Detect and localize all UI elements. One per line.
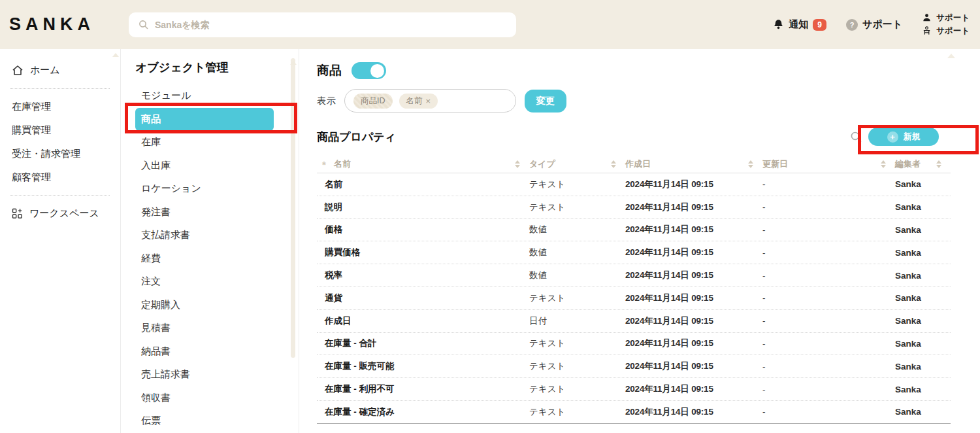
property-row[interactable]: 在庫量 - 合計テキスト2024年11月14日 09:15-Sanka [317,333,951,356]
property-row[interactable]: 名前テキスト2024年11月14日 09:15-Sanka [317,173,951,196]
toggle-knob [370,64,384,78]
editor-cell: Sanka [895,271,951,281]
sidebar-item-inventory[interactable]: 在庫管理 [0,95,120,118]
updated-date-cell: - [762,362,895,372]
object-list-item[interactable]: モジュール [135,84,274,108]
display-fields-input[interactable]: 商品ID名前× [344,89,516,113]
property-row[interactable]: 税率数値2024年11月14日 09:15-Sanka [317,264,951,287]
property-row[interactable]: 価格数値2024年11月14日 09:15-Sanka [317,219,951,242]
property-type-cell: テキスト [529,179,625,190]
sort-icon[interactable] [936,160,941,168]
notifications-button[interactable]: 通知 9 [773,18,826,31]
property-row[interactable]: 在庫量 - 確定済みテキスト2024年11月14日 09:15-Sanka [317,401,951,424]
created-date-cell: 2024年11月14日 09:15 [625,338,762,349]
created-date-cell: 2024年11月14日 09:15 [625,224,762,235]
created-date-cell: 2024年11月14日 09:15 [625,406,762,418]
editor-cell: Sanka [895,407,951,417]
property-type-cell: 数値 [529,247,625,258]
global-search[interactable] [129,12,516,37]
new-button[interactable]: + 新規 [868,128,939,146]
updated-date-cell: - [762,385,895,394]
table-search-icon[interactable] [850,131,862,143]
profile-org-label: サポート [936,26,970,37]
column-header[interactable]: 名前 [334,158,529,170]
object-list-item[interactable]: 伝票 [135,409,274,433]
sidebar-divider [10,195,110,196]
support-button[interactable]: ? サポート [846,18,902,31]
object-list-item[interactable]: ロケーション [135,177,274,201]
object-list-item[interactable]: 定期購入 [135,294,274,317]
property-row[interactable]: 在庫量 - 販売可能テキスト2024年11月14日 09:15-Sanka [317,355,951,378]
profile-user-row[interactable]: サポート [922,12,970,24]
property-row[interactable]: 通貨テキスト2024年11月14日 09:15-Sanka [317,287,951,310]
object-list-item[interactable]: 在庫 [135,131,274,154]
select-column-icon[interactable]: * [317,159,334,170]
object-list-item[interactable]: 納品書 [135,340,274,364]
object-management-panel: オブジェクト管理 モジュール商品在庫入出庫ロケーション発注書支払請求書経費注文定… [121,49,299,433]
editor-cell: Sanka [895,385,951,394]
chip-remove-icon[interactable]: × [426,96,431,106]
property-name-cell: 名前 [317,179,529,190]
editor-cell: Sanka [895,316,951,326]
sidebar-item-home[interactable]: ホーム [0,58,120,82]
object-list-item[interactable]: 領収書 [135,387,274,410]
created-date-cell: 2024年11月14日 09:15 [625,360,762,372]
editor-cell: Sanka [895,202,951,212]
workspace-icon [12,208,23,219]
object-list-item[interactable]: 注文 [135,270,274,294]
sort-icon[interactable] [611,160,616,168]
app-logo[interactable]: SANKA [9,14,123,35]
editor-cell: Sanka [895,179,951,189]
property-row[interactable]: 在庫量 - 利用不可テキスト2024年11月14日 09:15-Sanka [317,378,951,401]
sidebar-item-orders-billing[interactable]: 受注・請求管理 [0,142,120,165]
property-type-cell: 数値 [529,269,625,281]
column-header[interactable]: 編集者 [895,158,951,170]
field-chip[interactable]: 商品ID [353,94,393,109]
sidebar-item-workspace[interactable]: ワークスペース [0,201,120,226]
object-list-item[interactable]: 入出庫 [135,154,274,178]
sort-icon[interactable] [515,160,520,168]
column-header[interactable]: タイプ [529,158,625,170]
profile-menu[interactable]: サポート サポート [922,12,970,37]
object-list-item[interactable]: 経費 [135,247,274,271]
field-chip[interactable]: 名前× [399,94,438,109]
updated-date-cell: - [762,293,895,303]
column-header[interactable]: 作成日 [625,158,762,170]
property-name-cell: 通貨 [317,292,529,304]
editor-cell: Sanka [895,339,951,349]
header-actions: 通知 9 ? サポート サポート サポート [773,0,970,49]
property-row[interactable]: 作成日日付2024年11月14日 09:15-Sanka [317,310,951,333]
chip-label: 名前 [406,95,423,107]
object-list-item[interactable]: 発注書 [135,201,274,224]
created-date-cell: 2024年11月14日 09:15 [625,201,762,213]
search-icon [139,20,149,30]
notifications-label: 通知 [789,18,808,31]
sort-icon[interactable] [748,160,753,168]
entity-enabled-toggle[interactable] [351,62,386,79]
object-list-item[interactable]: 支払請求書 [135,224,274,247]
property-name-cell: 説明 [317,201,529,213]
property-row[interactable]: 説明テキスト2024年11月14日 09:15-Sanka [317,196,951,219]
sort-icon[interactable] [881,160,886,168]
property-name-cell: 在庫量 - 販売可能 [317,360,529,372]
new-button-label: 新規 [904,131,921,143]
updated-date-cell: - [762,407,895,417]
object-list-item[interactable]: 売上請求書 [135,363,274,387]
column-header-label: 名前 [334,158,351,170]
profile-org-row[interactable]: サポート [922,26,970,37]
sidebar-divider [10,88,110,89]
property-row[interactable]: 購買価格数値2024年11月14日 09:15-Sanka [317,241,951,264]
change-button[interactable]: 変更 [525,90,566,113]
column-header[interactable]: 更新日 [762,158,895,170]
panel-scrollbar[interactable] [291,58,295,358]
sidebar-item-label: ホーム [30,64,60,77]
main-content: 商品 表示 商品ID名前× 変更 商品プロパティ + 新規 * 名前 [299,49,980,433]
object-list-item[interactable]: 商品 [135,108,274,131]
sidebar-item-purchasing[interactable]: 購買管理 [0,118,120,142]
search-input[interactable] [155,20,516,30]
sidebar-item-customers[interactable]: 顧客管理 [0,165,120,189]
home-icon [12,65,24,76]
property-type-cell: 日付 [529,315,625,327]
object-list-item[interactable]: 見積書 [135,317,274,340]
column-header-label: 更新日 [762,158,788,170]
